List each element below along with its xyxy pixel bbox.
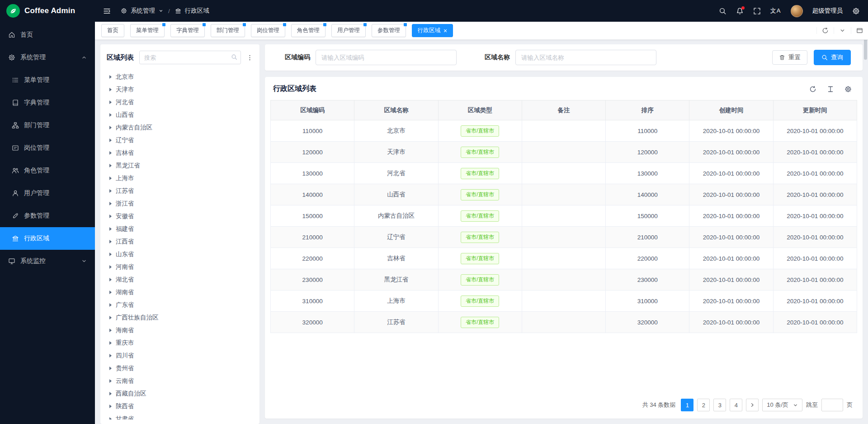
- next-page-button[interactable]: [746, 399, 759, 411]
- table-row[interactable]: 140000山西省省市/直辖市1400002020-10-01 00:00:00…: [271, 184, 857, 205]
- jump-page-input[interactable]: [821, 399, 843, 411]
- tab-dept-mgmt[interactable]: 部门管理: [211, 24, 245, 37]
- caret-right-icon[interactable]: [109, 392, 112, 395]
- caret-right-icon[interactable]: [109, 202, 112, 205]
- caret-right-icon[interactable]: [109, 151, 112, 155]
- caret-right-icon[interactable]: [109, 227, 112, 231]
- translate-icon[interactable]: 文A: [770, 7, 781, 15]
- page-button-3[interactable]: 3: [713, 399, 726, 411]
- tree-item[interactable]: 陕西省: [106, 400, 254, 413]
- caret-right-icon[interactable]: [109, 316, 112, 319]
- tab-role-mgmt[interactable]: 角色管理: [291, 24, 326, 37]
- tree-item[interactable]: 辽宁省: [106, 134, 254, 147]
- sidebar-item-param-mgmt[interactable]: 参数管理: [0, 205, 95, 227]
- tree-item[interactable]: 贵州省: [106, 362, 254, 375]
- sidebar-group-monitor[interactable]: 系统监控: [0, 250, 95, 272]
- region-name-input[interactable]: [515, 50, 656, 65]
- sidebar-item-user-mgmt[interactable]: 用户管理: [0, 182, 95, 205]
- region-code-input[interactable]: [316, 50, 457, 65]
- caret-right-icon[interactable]: [109, 75, 112, 79]
- tab-home[interactable]: 首页: [101, 24, 124, 37]
- tree-item[interactable]: 重庆市: [106, 337, 254, 349]
- tree-item[interactable]: 云南省: [106, 375, 254, 387]
- sidebar-item-role-mgmt[interactable]: 角色管理: [0, 159, 95, 182]
- table-row[interactable]: 220000吉林省省市/直辖市2200002020-10-01 00:00:00…: [271, 248, 857, 269]
- table-row[interactable]: 130000河北省省市/直辖市1300002020-10-01 00:00:00…: [271, 163, 857, 184]
- caret-right-icon[interactable]: [109, 138, 112, 142]
- caret-right-icon[interactable]: [109, 126, 112, 129]
- reset-button[interactable]: 重置: [772, 50, 807, 65]
- content-fullscreen-icon[interactable]: [851, 27, 868, 34]
- tree-item[interactable]: 福建省: [106, 223, 254, 235]
- sidebar-item-home[interactable]: 首页: [0, 24, 95, 46]
- page-scrollbar-thumb[interactable]: [864, 38, 867, 60]
- tree-item[interactable]: 吉林省: [106, 147, 254, 159]
- avatar[interactable]: [791, 5, 803, 17]
- tree-item[interactable]: 山东省: [106, 248, 254, 261]
- search-icon[interactable]: [231, 54, 237, 60]
- page-button-4[interactable]: 4: [730, 399, 742, 411]
- sidebar-item-dict-mgmt[interactable]: 字典管理: [0, 91, 95, 114]
- sidebar-item-dept-mgmt[interactable]: 部门管理: [0, 114, 95, 137]
- caret-right-icon[interactable]: [109, 329, 112, 332]
- table-row[interactable]: 110000北京市省市/直辖市1100002020-10-01 00:00:00…: [271, 120, 857, 142]
- caret-right-icon[interactable]: [109, 417, 112, 419]
- gear-icon[interactable]: [844, 86, 852, 93]
- tree-item[interactable]: 黑龙江省: [106, 159, 254, 172]
- tab-dict-mgmt[interactable]: 字典管理: [170, 24, 205, 37]
- user-name[interactable]: 超级管理员: [812, 7, 843, 15]
- caret-right-icon[interactable]: [109, 113, 112, 117]
- tab-user-mgmt[interactable]: 用户管理: [331, 24, 366, 37]
- page-size-select[interactable]: 10 条/页: [762, 399, 802, 411]
- tree-item[interactable]: 河南省: [106, 261, 254, 273]
- tab-region[interactable]: 行政区域×: [412, 24, 453, 37]
- tab-post-mgmt[interactable]: 岗位管理: [251, 24, 285, 37]
- sidebar-item-post-mgmt[interactable]: 岗位管理: [0, 137, 95, 159]
- region-search-input[interactable]: [139, 51, 241, 64]
- close-icon[interactable]: ×: [443, 28, 447, 34]
- table-row[interactable]: 230000黑龙江省省市/直辖市2300002020-10-01 00:00:0…: [271, 269, 857, 291]
- page-button-2[interactable]: 2: [697, 399, 710, 411]
- caret-right-icon[interactable]: [109, 303, 112, 307]
- more-vertical-icon[interactable]: [246, 54, 253, 61]
- caret-right-icon[interactable]: [109, 176, 112, 180]
- caret-right-icon[interactable]: [109, 189, 112, 193]
- caret-right-icon[interactable]: [109, 379, 112, 383]
- table-row[interactable]: 150000内蒙古自治区省市/直辖市1500002020-10-01 00:00…: [271, 205, 857, 227]
- tree-item[interactable]: 江苏省: [106, 185, 254, 197]
- caret-right-icon[interactable]: [109, 100, 112, 104]
- tree-item[interactable]: 湖南省: [106, 286, 254, 299]
- app-logo[interactable]: Coffee Admin: [0, 0, 95, 22]
- settings-gear-icon[interactable]: [852, 7, 860, 15]
- table-row[interactable]: 210000辽宁省省市/直辖市2100002020-10-01 00:00:00…: [271, 227, 857, 248]
- column-height-icon[interactable]: [827, 86, 834, 93]
- caret-right-icon[interactable]: [109, 214, 112, 218]
- tree-item[interactable]: 广西壮族自治区: [106, 311, 254, 324]
- tree-item[interactable]: 天津市: [106, 83, 254, 96]
- caret-right-icon[interactable]: [109, 367, 112, 370]
- tree-item[interactable]: 甘肃省: [106, 413, 254, 419]
- tree-item[interactable]: 河北省: [106, 96, 254, 109]
- search-icon[interactable]: [719, 7, 726, 15]
- refresh-icon[interactable]: [809, 86, 816, 93]
- caret-right-icon[interactable]: [109, 265, 112, 269]
- caret-right-icon[interactable]: [109, 341, 112, 345]
- caret-right-icon[interactable]: [109, 164, 112, 167]
- menu-fold-icon[interactable]: [103, 7, 111, 15]
- page-button-1[interactable]: 1: [681, 399, 693, 411]
- tree-item[interactable]: 北京市: [106, 71, 254, 83]
- tab-param-mgmt[interactable]: 参数管理: [372, 24, 406, 37]
- tree-item[interactable]: 西藏自治区: [106, 387, 254, 400]
- tree-item[interactable]: 广东省: [106, 299, 254, 311]
- breadcrumb-root[interactable]: 系统管理: [131, 7, 155, 15]
- tree-item[interactable]: 山西省: [106, 109, 254, 121]
- caret-right-icon[interactable]: [109, 240, 112, 243]
- query-button[interactable]: 查询: [814, 50, 851, 65]
- table-row[interactable]: 320000江苏省省市/直辖市3200002020-10-01 00:00:00…: [271, 312, 857, 333]
- sidebar-group-system[interactable]: 系统管理: [0, 46, 95, 69]
- caret-right-icon[interactable]: [109, 88, 112, 91]
- bell-icon[interactable]: [736, 7, 744, 15]
- caret-right-icon[interactable]: [109, 252, 112, 256]
- tree-item[interactable]: 海南省: [106, 324, 254, 337]
- table-row[interactable]: 310000上海市省市/直辖市3100002020-10-01 00:00:00…: [271, 291, 857, 312]
